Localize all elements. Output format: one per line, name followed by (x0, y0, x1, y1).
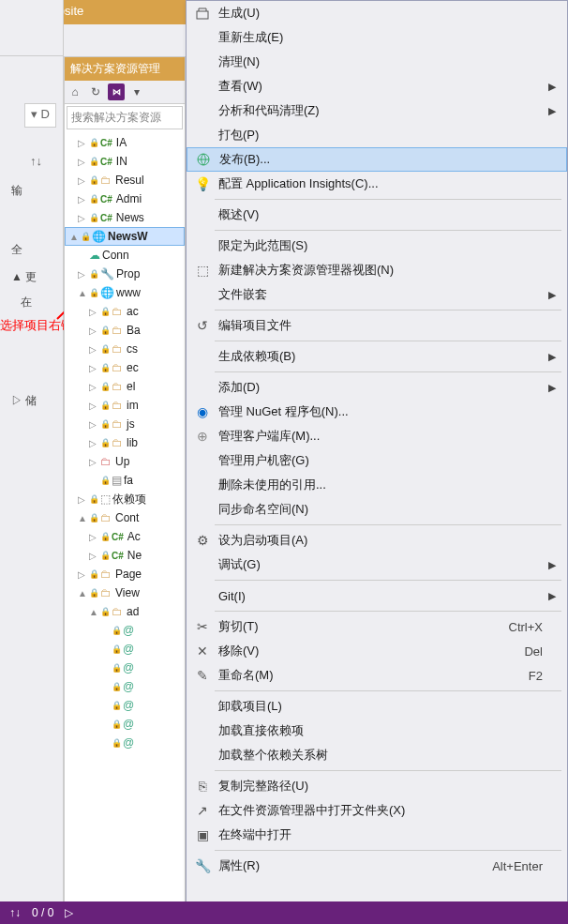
expander-icon[interactable]: ▷ (78, 269, 89, 280)
home-icon[interactable]: ⌂ (67, 83, 83, 100)
sort-arrows-icon[interactable]: ↑↓ (0, 154, 63, 168)
tree-item[interactable]: ▷🔒C#IA (65, 133, 185, 152)
tree-item[interactable]: ▷🔒🗀cs (65, 340, 185, 358)
tree-item[interactable]: 🔒@ (65, 696, 185, 715)
expander-icon[interactable]: ▲ (78, 588, 89, 598)
expander-icon[interactable]: ▲ (69, 232, 81, 242)
tree-item[interactable]: ▲🔒🗀Cont (65, 508, 185, 527)
menu-item[interactable]: 加载直接依赖项 (187, 719, 567, 743)
expander-icon[interactable]: ▷ (89, 532, 100, 542)
tree-item[interactable]: ▷🔒🗀el (65, 377, 185, 396)
toolbar-more-icon[interactable]: ▾ (128, 83, 145, 100)
menu-item[interactable]: ✕移除(V)Del (187, 639, 567, 663)
tree-item[interactable]: ▲🔒🌐www (65, 283, 185, 302)
expander-icon[interactable]: ▷ (89, 551, 100, 561)
tree-item[interactable]: ▷🔒🗀js (65, 415, 185, 433)
menu-item[interactable]: 生成依赖项(B)▶ (187, 344, 567, 369)
tree-item[interactable]: ▷🔒C#IN (65, 152, 185, 171)
expander-icon[interactable]: ▷ (89, 307, 100, 317)
menu-item[interactable]: 发布(B)... (187, 147, 567, 172)
expander-icon[interactable]: ▷ (89, 382, 100, 392)
tree-item[interactable]: 🔒@ (65, 640, 185, 659)
expander-icon[interactable]: ▷ (78, 569, 89, 580)
menu-item[interactable]: 概述(V) (187, 203, 567, 227)
expander-icon[interactable]: ▲ (78, 513, 89, 523)
menu-item[interactable]: 管理用户机密(G) (187, 448, 567, 473)
tree-item[interactable]: ▷🔒🗀lib (65, 433, 185, 452)
tree-item[interactable]: ▲🔒🗀View (65, 583, 185, 602)
menu-item[interactable]: 限定为此范围(S) (187, 234, 567, 258)
menu-item[interactable]: 重新生成(E) (187, 25, 567, 50)
menu-item[interactable]: ⎘复制完整路径(U) (187, 774, 567, 798)
expander-icon[interactable]: ▷ (78, 157, 89, 167)
tree-item[interactable]: ▷🔒🗀im (65, 396, 185, 415)
menu-item[interactable]: 分析和代码清理(Z)▶ (187, 98, 567, 123)
tree-item[interactable]: ☁Conn (65, 246, 185, 265)
tree-item[interactable]: ▷🔒C#Admi (65, 189, 185, 208)
expander-icon[interactable]: ▷ (89, 438, 100, 448)
menu-item[interactable]: 打包(P) (187, 123, 567, 147)
expander-icon[interactable]: ▷ (78, 138, 89, 148)
tree-item[interactable]: ▷🔒C#Ne (65, 546, 185, 565)
menu-item[interactable]: ⚙设为启动项目(A) (187, 528, 567, 553)
tree-item[interactable]: ▲🔒🌐NewsW (65, 227, 185, 246)
expander-icon[interactable]: ▷ (78, 494, 89, 505)
expander-icon[interactable]: ▲ (89, 607, 100, 617)
menu-item[interactable]: 删除未使用的引用... (187, 473, 567, 497)
menu-item[interactable]: ⊕管理客户端库(M)... (187, 424, 567, 448)
menu-item[interactable]: 查看(W)▶ (187, 74, 567, 98)
tree-item[interactable]: 🔒▤fa (65, 471, 185, 490)
tree-item[interactable]: ▷🔒🔧Prop (65, 265, 185, 283)
side-label-5[interactable]: ▷ 储 (0, 393, 63, 409)
tree-item[interactable]: 🔒@ (65, 621, 185, 640)
menu-item[interactable]: ✎重命名(M)F2 (187, 663, 567, 688)
menu-item[interactable]: Git(I)▶ (187, 583, 567, 608)
tree-item[interactable]: ▷🔒🗀ec (65, 358, 185, 377)
menu-item[interactable]: 🔧属性(R)Alt+Enter (187, 854, 567, 878)
tree-item[interactable]: ▷🔒C#News (65, 208, 185, 227)
vs-icon[interactable]: ⋈ (108, 83, 125, 100)
menu-item[interactable]: 文件嵌套▶ (187, 282, 567, 307)
menu-item[interactable]: 生成(U) (187, 1, 567, 25)
expander-icon[interactable]: ▷ (78, 213, 89, 223)
solution-search-input[interactable]: 搜索解决方案资源 (67, 106, 183, 129)
menu-item[interactable]: ✂剪切(T)Ctrl+X (187, 614, 567, 639)
expander-icon[interactable]: ▲ (78, 288, 89, 298)
expander-icon[interactable]: ▷ (89, 401, 100, 411)
expander-icon[interactable]: ▷ (89, 363, 100, 373)
tree-item[interactable]: ▷🔒C#Ac (65, 527, 185, 546)
menu-item[interactable]: 加载整个依赖关系树 (187, 743, 567, 767)
tree-item[interactable]: 🔒@ (65, 677, 185, 696)
tree-item[interactable]: ▷🔒🗀Ba (65, 321, 185, 340)
sync-icon[interactable]: ↻ (87, 83, 104, 100)
menu-item[interactable]: 同步命名空间(N) (187, 497, 567, 522)
menu-item[interactable]: ▣在终端中打开 (187, 823, 567, 847)
tree-item[interactable]: ▷🔒🗀Resul (65, 171, 185, 189)
expander-icon[interactable]: ▷ (78, 175, 89, 186)
menu-item[interactable]: 清理(N) (187, 50, 567, 74)
tree-item[interactable]: 🔒@ (65, 659, 185, 677)
expander-icon[interactable]: ▷ (89, 419, 100, 430)
menu-item[interactable]: 💡配置 Application Insights(C)... (187, 172, 567, 196)
menu-item[interactable]: ↗在文件资源管理器中打开文件夹(X) (187, 798, 567, 823)
tree-item[interactable]: 🔒@ (65, 734, 185, 752)
tree-item[interactable]: 🔒@ (65, 715, 185, 734)
expander-icon[interactable]: ▷ (78, 194, 89, 204)
expander-icon[interactable]: ▷ (89, 344, 100, 355)
menu-item[interactable]: 调试(G)▶ (187, 553, 567, 577)
menu-item[interactable]: 卸载项目(L) (187, 694, 567, 719)
menu-item[interactable]: ↺编辑项目文件 (187, 313, 567, 338)
side-label-3[interactable]: ▲ 更 (0, 269, 63, 285)
expander-icon[interactable]: ▷ (89, 326, 100, 336)
menu-item[interactable]: 添加(D)▶ (187, 375, 567, 400)
tree-item[interactable]: ▲🔒🗀ad (65, 602, 185, 621)
tree-item[interactable]: ▷🔒🗀ac (65, 302, 185, 321)
menu-item[interactable]: ◉管理 NuGet 程序包(N)... (187, 400, 567, 424)
expander-icon[interactable]: ▷ (89, 457, 100, 467)
menu-item[interactable]: ⬚新建解决方案资源管理器视图(N) (187, 258, 567, 282)
footer-arrows-icon[interactable]: ↑↓ (9, 906, 21, 919)
dropdown-button[interactable]: ▾ D (24, 103, 56, 128)
tree-item[interactable]: ▷🔒⬚依赖项 (65, 490, 185, 508)
tree-item[interactable]: ▷🗀Up (65, 452, 185, 471)
tree-item[interactable]: ▷🔒🗀Page (65, 565, 185, 583)
